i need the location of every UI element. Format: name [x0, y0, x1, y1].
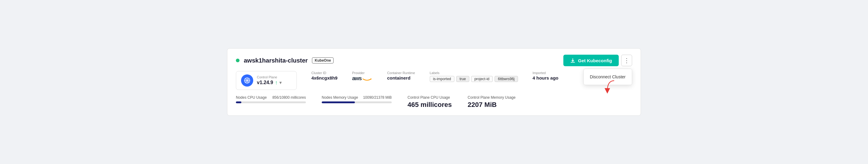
cp-memory-label: Control Plane Memory Usage — [468, 95, 516, 99]
nodes-cpu-usage-header: Nodes CPU Usage 856/10800 millicores — [236, 95, 306, 99]
nodes-memory-usage-block: Nodes Memory Usage 10090/21378 MiB — [322, 95, 392, 103]
more-icon: ⋮ — [624, 57, 630, 64]
kube-icon — [241, 74, 253, 87]
label-chips: is-imported true project-id 6ttbwrs96j — [430, 76, 518, 82]
cp-cpu-value-text: 465 millicores — [407, 101, 452, 109]
arrow-svg — [600, 78, 619, 96]
cp-cpu-value: 465 millicores — [407, 101, 452, 109]
svg-line-9 — [248, 79, 249, 80]
chevron-down-icon[interactable]: ▾ — [279, 80, 281, 85]
cp-cpu-usage-block: Control Plane CPU Usage 465 millicores — [407, 95, 452, 109]
container-runtime-section: Container Runtime containerd — [387, 71, 415, 80]
imported-label: Imported — [533, 71, 558, 75]
nodes-cpu-value: 856/10800 millicores — [272, 95, 306, 99]
cp-cpu-label: Control Plane CPU Usage — [407, 95, 452, 99]
download-icon — [570, 58, 576, 63]
cluster-name: awsk1harshita-cluster — [244, 57, 308, 64]
kubernetes-icon — [244, 77, 251, 84]
imported-value: 4 hours ago — [533, 75, 558, 80]
nodes-memory-value: 10090/21378 MiB — [363, 95, 392, 99]
cluster-id-label: Cluster ID — [311, 71, 338, 75]
cluster-name-area: awsk1harshita-cluster KubeOne — [236, 57, 334, 64]
upgrade-icon[interactable]: ↑ — [275, 80, 278, 86]
svg-line-10 — [245, 81, 247, 82]
status-dot — [236, 58, 240, 62]
top-actions: Get Kubeconfig ⋮ Disconnect Cluster — [563, 55, 632, 66]
nodes-memory-usage-header: Nodes Memory Usage 10090/21378 MiB — [322, 95, 392, 99]
nodes-memory-progress-fill — [322, 101, 355, 103]
cp-version-text: v1.24.9 — [257, 80, 273, 85]
container-runtime-value: containerd — [387, 75, 415, 80]
nodes-memory-progress-bg — [322, 101, 392, 103]
cluster-id-value: 4x6ncgx8h9 — [311, 75, 338, 80]
svg-line-7 — [245, 79, 247, 80]
container-runtime-label: Container Runtime — [387, 71, 415, 75]
get-kubeconfig-label: Get Kubeconfig — [578, 58, 612, 63]
kubeone-badge: KubeOne — [312, 57, 334, 64]
nodes-cpu-usage-block: Nodes CPU Usage 856/10800 millicores — [236, 95, 306, 103]
chip-is-imported-key: is-imported — [430, 76, 455, 82]
get-kubeconfig-button[interactable]: Get Kubeconfig — [563, 55, 619, 66]
aws-logo: aws — [352, 75, 373, 82]
top-row: awsk1harshita-cluster KubeOne Get Kubeco… — [236, 55, 632, 66]
cp-memory-value-text: 2207 MiB — [468, 101, 497, 109]
nodes-cpu-progress-bg — [236, 101, 306, 103]
aws-text: aws — [352, 75, 362, 82]
imported-section: Imported 4 hours ago — [533, 71, 558, 80]
cp-memory-usage-block: Control Plane Memory Usage 2207 MiB — [468, 95, 516, 109]
cp-version: v1.24.9 ↑ ▾ — [257, 80, 281, 86]
cluster-card: awsk1harshita-cluster KubeOne Get Kubeco… — [227, 48, 641, 116]
svg-point-1 — [247, 80, 248, 81]
provider-section: Provider aws — [352, 71, 373, 82]
cp-memory-value: 2207 MiB — [468, 101, 516, 109]
cp-version-area: Control Plane v1.24.9 ↑ ▾ — [257, 75, 281, 86]
provider-label: Provider — [352, 71, 373, 75]
chip-is-imported-value: true — [456, 76, 469, 82]
usage-row: Nodes CPU Usage 856/10800 millicores Nod… — [236, 95, 632, 109]
chip-project-id-key: project-id — [471, 76, 493, 82]
arrow-indicator — [600, 78, 619, 98]
aws-smile-icon — [362, 76, 373, 81]
info-row: Control Plane v1.24.9 ↑ ▾ Cluster ID 4x6… — [236, 71, 632, 90]
labels-label: Labels — [430, 71, 518, 75]
nodes-memory-label: Nodes Memory Usage — [322, 95, 358, 99]
nodes-cpu-progress-fill — [236, 101, 241, 103]
more-button[interactable]: ⋮ — [621, 55, 632, 66]
nodes-cpu-label: Nodes CPU Usage — [236, 95, 267, 99]
cluster-id-section: Cluster ID 4x6ncgx8h9 — [311, 71, 338, 80]
cp-label: Control Plane — [257, 75, 281, 79]
control-plane-box: Control Plane v1.24.9 ↑ ▾ — [236, 71, 297, 90]
labels-section: Labels is-imported true project-id 6ttbw… — [430, 71, 518, 82]
svg-line-8 — [248, 81, 249, 82]
chip-project-id-value: 6ttbwrs96j — [495, 76, 518, 82]
